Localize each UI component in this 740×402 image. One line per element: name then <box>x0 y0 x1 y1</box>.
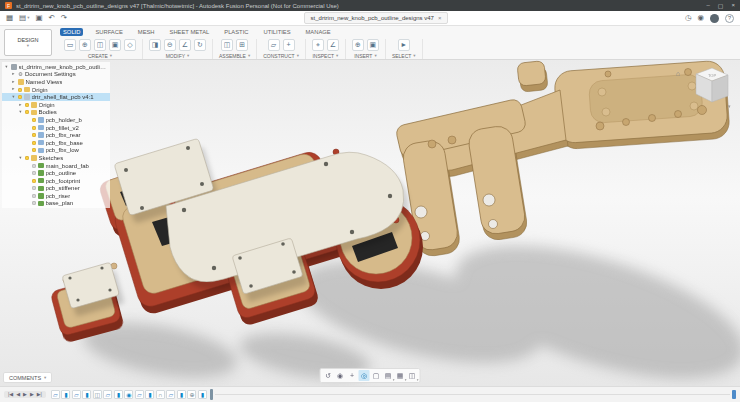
box-primitive-icon[interactable]: ▣ <box>109 39 121 51</box>
expander-icon[interactable]: ▾ <box>18 156 23 161</box>
timeline-feature-extrude[interactable]: ▮ <box>145 390 154 399</box>
close-tab-button[interactable]: × <box>438 15 442 21</box>
measure-icon[interactable]: ⌖ <box>312 39 324 51</box>
display-settings[interactable]: ▤▾ <box>383 370 394 381</box>
timeline-feature-fillet[interactable]: ∩ <box>156 390 165 399</box>
timeline-playhead[interactable] <box>210 389 213 400</box>
visibility-bulb-icon[interactable] <box>32 133 36 137</box>
expander-icon[interactable]: ▾ <box>11 95 16 100</box>
expander-icon[interactable]: ▾ <box>4 65 9 70</box>
ribbon-group-label-create[interactable]: CREATE▾ <box>88 53 112 59</box>
ribbon-group-label-insert[interactable]: INSERT▾ <box>354 53 377 59</box>
select-cursor-icon[interactable]: ► <box>398 39 410 51</box>
ribbon-group-label-assemble[interactable]: ASSEMBLE▾ <box>219 53 250 59</box>
job-status-icon[interactable]: ◷ <box>685 14 692 22</box>
visibility-bulb-icon[interactable] <box>32 148 36 152</box>
fit-tool[interactable]: ▢ <box>371 370 382 381</box>
construction-axis-icon[interactable]: + <box>283 39 295 51</box>
tab-sheet-metal[interactable]: SHEET METAL <box>167 28 213 36</box>
profile-avatar[interactable] <box>710 14 719 23</box>
look-at-tool[interactable]: ◉ <box>335 370 346 381</box>
press-pull-icon[interactable]: ◨ <box>149 39 161 51</box>
timeline-feature-extrude[interactable]: ▮ <box>177 390 186 399</box>
timeline-feature-sketch[interactable]: ▱ <box>72 390 81 399</box>
ribbon-group-label-select[interactable]: SELECT▾ <box>392 53 416 59</box>
notifications-icon[interactable]: ◉ <box>697 14 704 22</box>
browser-row-origin[interactable]: ▸Origin <box>2 86 110 94</box>
chamfer-icon[interactable]: ∠ <box>179 39 191 51</box>
expander-icon[interactable]: ▸ <box>18 103 23 108</box>
visibility-bulb-icon[interactable] <box>32 141 36 145</box>
ribbon-group-label-inspect[interactable]: INSPECT▾ <box>312 53 338 59</box>
visibility-bulb-icon[interactable] <box>25 156 29 160</box>
browser-row-pcb-riser[interactable]: pcb_riser <box>2 192 110 200</box>
tab-manage[interactable]: MANAGE <box>303 28 334 36</box>
browser-row-sketches[interactable]: ▾Sketches <box>2 154 110 162</box>
visibility-bulb-icon[interactable] <box>32 118 36 122</box>
visibility-bulb-icon[interactable] <box>18 95 22 99</box>
comments-toggle[interactable]: COMMENTS ▾ <box>3 372 52 383</box>
tab-utilities[interactable]: UTILITIES <box>260 28 293 36</box>
tab-solid[interactable]: SOLID <box>60 28 83 36</box>
viewports[interactable]: ◫▾ <box>407 370 418 381</box>
save-button[interactable]: ▣ <box>35 14 42 22</box>
browser-row-pcb-fbx-low[interactable]: pcb_fbx_low <box>2 147 110 155</box>
go-to-end-button[interactable]: ▶| <box>37 392 42 397</box>
play-button[interactable]: ▶ <box>23 392 27 397</box>
visibility-bulb-icon[interactable] <box>32 126 36 130</box>
browser-row-document-settings[interactable]: ▸⚙Document Settings <box>2 71 110 79</box>
section-analysis-icon[interactable]: ∠ <box>327 39 339 51</box>
expander-icon[interactable]: ▸ <box>11 80 16 85</box>
timeline-end-marker[interactable] <box>732 390 736 399</box>
document-tab[interactable]: st_drtrim_new_knob_pcb_outline_designs v… <box>304 12 449 24</box>
tab-mesh[interactable]: MESH <box>135 28 158 36</box>
viewcube-menu[interactable]: ▾ <box>728 103 731 109</box>
close-button[interactable]: × <box>731 2 735 9</box>
timeline-feature-hole[interactable]: ◉ <box>124 390 133 399</box>
browser-row-main-board-fab[interactable]: main_board_fab <box>2 162 110 170</box>
browser-row-pcb-footprint[interactable]: pcb_footprint <box>2 177 110 185</box>
browser-row-pcb-fillet-v2[interactable]: pcb_fillet_v2 <box>2 124 110 132</box>
tab-surface[interactable]: SURFACE <box>92 28 125 36</box>
timeline-feature-extrude[interactable]: ▮ <box>198 390 207 399</box>
browser-row-origin[interactable]: ▸Origin <box>2 101 110 109</box>
maximize-button[interactable]: ▢ <box>718 2 724 9</box>
pattern-icon[interactable]: ↻ <box>194 39 206 51</box>
workspace-selector[interactable]: DESIGN ▾ <box>4 29 52 56</box>
construction-plane-icon[interactable]: ▱ <box>268 39 280 51</box>
browser-row-pcb-stiffener[interactable]: pcb_stiffener <box>2 185 110 193</box>
browser-row-drtr-shell-flat-pcb-v4-1[interactable]: ▾drtr_shell_flat_pcb v4:1 <box>2 93 110 101</box>
expander-icon[interactable]: ▸ <box>11 87 16 92</box>
orbit-tool[interactable]: ↺ <box>323 370 334 381</box>
browser-row-pcb-fbx-base[interactable]: pcb_fbx_base <box>2 139 110 147</box>
pan-tool[interactable]: + <box>347 370 358 381</box>
undo-button[interactable]: ↶ <box>49 14 55 22</box>
browser-row-bodies[interactable]: ▾Bodies <box>2 109 110 117</box>
browser-row-pcb-outline[interactable]: pcb_outline <box>2 169 110 177</box>
visibility-bulb-icon[interactable] <box>32 194 36 198</box>
extrude-icon[interactable]: ⊕ <box>79 39 91 51</box>
model-scene[interactable] <box>0 60 740 386</box>
viewcube[interactable]: ⌂ TOP ▾ <box>674 64 734 110</box>
visibility-bulb-icon[interactable] <box>32 179 36 183</box>
go-to-start-button[interactable]: |◀ <box>8 392 13 397</box>
timeline-feature-combine[interactable]: ⊕ <box>187 390 196 399</box>
ribbon-group-label-construct[interactable]: CONSTRUCT▾ <box>263 53 299 59</box>
visibility-bulb-icon[interactable] <box>18 88 22 92</box>
help-icon[interactable]: ? <box>725 14 734 23</box>
timeline-feature-extrude[interactable]: ▮ <box>82 390 91 399</box>
timeline-feature-extrude[interactable]: ▮ <box>114 390 123 399</box>
viewport[interactable]: ▾st_drtrim_new_knob_pcb_outline v47▸⚙Doc… <box>0 60 740 386</box>
revolve-icon[interactable]: ◫ <box>94 39 106 51</box>
file-menu[interactable]: ▤▾ <box>19 14 29 22</box>
ribbon-group-label-modify[interactable]: MODIFY▾ <box>166 53 190 59</box>
shell-icon[interactable]: ⊖ <box>164 39 176 51</box>
step-forward-button[interactable]: ▶ <box>30 392 34 397</box>
new-component-icon[interactable]: ◫ <box>221 39 233 51</box>
timeline-feature-sketch[interactable]: ▱ <box>166 390 175 399</box>
decal-icon[interactable]: ▣ <box>367 39 379 51</box>
visibility-bulb-icon[interactable] <box>32 201 36 205</box>
joint-icon[interactable]: ⊞ <box>236 39 248 51</box>
loft-icon[interactable]: ◇ <box>124 39 136 51</box>
grid-snap-settings[interactable]: ▦▾ <box>395 370 406 381</box>
